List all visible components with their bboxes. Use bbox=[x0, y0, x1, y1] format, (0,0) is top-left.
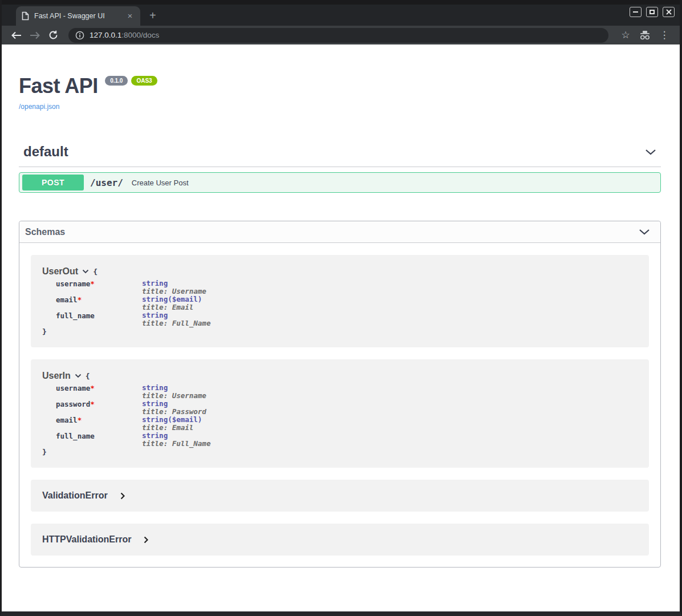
version-badge: 0.1.0 bbox=[105, 76, 128, 86]
chevron-down-icon[interactable] bbox=[82, 269, 89, 274]
browser-menu-button[interactable]: ⋮ bbox=[656, 27, 672, 43]
model-httpvalidationerror[interactable]: HTTPValidationError bbox=[31, 524, 649, 556]
window-controls bbox=[630, 7, 675, 17]
browser-window: Fast API - Swagger UI × + bbox=[0, 0, 682, 616]
model-title: HTTPValidationError bbox=[42, 534, 131, 545]
property-desc: string title: Password bbox=[142, 400, 206, 416]
chevron-right-icon[interactable] bbox=[144, 536, 148, 544]
required-star: * bbox=[78, 416, 82, 424]
forward-button[interactable] bbox=[27, 28, 42, 43]
forward-arrow-icon bbox=[30, 31, 40, 39]
schemas-header[interactable]: Schemas bbox=[19, 221, 660, 243]
url-path: :8000/docs bbox=[121, 31, 159, 39]
tag-section-header[interactable]: default bbox=[19, 144, 661, 167]
chevron-down-icon[interactable] bbox=[645, 149, 656, 155]
model-title: UserOut bbox=[42, 266, 78, 277]
property-name: full_name bbox=[56, 432, 142, 448]
property-title: title: Email bbox=[142, 424, 202, 432]
property-list: username* string title: Username email* … bbox=[56, 279, 638, 327]
oas3-badge: OAS3 bbox=[131, 76, 157, 86]
chevron-right-icon[interactable] bbox=[120, 492, 125, 500]
maximize-button[interactable] bbox=[646, 7, 658, 17]
browser-toolbar: 127.0.0.1:8000/docs ☆ ⋮ bbox=[2, 26, 680, 44]
model-userin: UserIn { username* string title: Usernam… bbox=[31, 359, 649, 468]
tab-bar: Fast API - Swagger UI × + bbox=[2, 5, 680, 26]
model-userin-toggle[interactable]: UserIn { bbox=[42, 371, 638, 381]
property-desc: string title: Username bbox=[142, 279, 206, 295]
post-user-operation[interactable]: POST /user/ Create User Post bbox=[19, 172, 661, 193]
property-title: title: Username bbox=[142, 392, 206, 400]
open-brace: { bbox=[93, 268, 98, 276]
property-type: string bbox=[142, 400, 206, 408]
tab-title: Fast API - Swagger UI bbox=[34, 12, 120, 20]
minimize-icon bbox=[633, 11, 638, 13]
property-desc: string($email) title: Email bbox=[142, 295, 202, 311]
address-bar[interactable]: 127.0.0.1:8000/docs bbox=[68, 28, 608, 43]
property-title: title: Full_Name bbox=[142, 440, 210, 448]
model-validationerror[interactable]: ValidationError bbox=[31, 480, 649, 512]
property-row: username* string title: Username bbox=[56, 279, 638, 295]
window-titlebar bbox=[2, 0, 680, 5]
chevron-down-icon[interactable] bbox=[639, 229, 650, 235]
incognito-icon bbox=[639, 30, 651, 40]
close-button[interactable] bbox=[663, 7, 675, 17]
close-brace: } bbox=[42, 448, 638, 456]
info-icon[interactable] bbox=[75, 31, 84, 40]
required-star: * bbox=[90, 384, 95, 392]
minimize-button[interactable] bbox=[630, 7, 642, 17]
property-title: title: Full_Name bbox=[142, 319, 210, 327]
close-icon bbox=[666, 9, 672, 15]
property-type: string bbox=[142, 279, 206, 287]
http-method-badge: POST bbox=[22, 175, 84, 191]
property-name: username* bbox=[56, 279, 142, 295]
operation-path: /user/ bbox=[90, 177, 123, 188]
model-title: ValidationError bbox=[42, 491, 108, 501]
property-name: email* bbox=[56, 295, 142, 311]
property-type: string($email) bbox=[142, 295, 202, 303]
reload-button[interactable] bbox=[46, 28, 60, 43]
openapi-spec-link[interactable]: /openapi.json bbox=[19, 103, 661, 111]
model-title: UserIn bbox=[42, 371, 71, 381]
property-name: email* bbox=[56, 416, 142, 432]
model-userout: UserOut { username* string title: Userna… bbox=[31, 255, 649, 347]
bookmark-button[interactable]: ☆ bbox=[618, 27, 634, 43]
property-desc: string title: Username bbox=[142, 384, 206, 400]
required-star: * bbox=[78, 295, 82, 304]
property-desc: string title: Full_Name bbox=[142, 311, 210, 327]
api-info: Fast API 0.1.0 OAS3 /openapi.json bbox=[19, 74, 661, 111]
property-type: string($email) bbox=[142, 416, 202, 424]
tab-close-icon[interactable]: × bbox=[125, 11, 135, 21]
property-title: title: Username bbox=[142, 287, 206, 295]
required-star: * bbox=[90, 400, 95, 408]
property-list: username* string title: Username passwor… bbox=[56, 384, 638, 448]
property-desc: string($email) title: Email bbox=[142, 416, 202, 432]
property-row: full_name string title: Full_Name bbox=[56, 432, 638, 448]
close-brace: } bbox=[42, 327, 638, 336]
reload-icon bbox=[48, 30, 58, 40]
property-name: username* bbox=[56, 384, 142, 400]
back-button[interactable] bbox=[9, 28, 24, 43]
property-row: username* string title: Username bbox=[56, 384, 638, 400]
chevron-down-icon[interactable] bbox=[75, 374, 82, 378]
operation-summary: Create User Post bbox=[132, 179, 189, 187]
new-tab-icon[interactable]: + bbox=[149, 10, 156, 21]
star-icon: ☆ bbox=[621, 29, 630, 41]
property-desc: string title: Full_Name bbox=[142, 432, 210, 448]
property-name: full_name bbox=[56, 311, 142, 327]
property-row: full_name string title: Full_Name bbox=[56, 311, 638, 327]
browser-tab[interactable]: Fast API - Swagger UI × bbox=[16, 6, 140, 26]
page-title: Fast API bbox=[19, 74, 98, 98]
url-text[interactable]: 127.0.0.1:8000/docs bbox=[90, 31, 159, 39]
property-title: title: Email bbox=[142, 303, 202, 311]
property-type: string bbox=[142, 311, 210, 319]
back-arrow-icon bbox=[11, 31, 22, 39]
swagger-page: Fast API 0.1.0 OAS3 /openapi.json defaul… bbox=[2, 44, 680, 611]
menu-dots-icon: ⋮ bbox=[660, 29, 669, 41]
model-userout-toggle[interactable]: UserOut { bbox=[42, 266, 638, 277]
property-row: email* string($email) title: Email bbox=[56, 295, 638, 311]
required-star: * bbox=[90, 279, 95, 288]
property-row: password* string title: Password bbox=[56, 400, 638, 416]
schemas-title: Schemas bbox=[25, 227, 65, 237]
property-name: password* bbox=[56, 400, 142, 416]
page-favicon-icon bbox=[22, 11, 29, 21]
